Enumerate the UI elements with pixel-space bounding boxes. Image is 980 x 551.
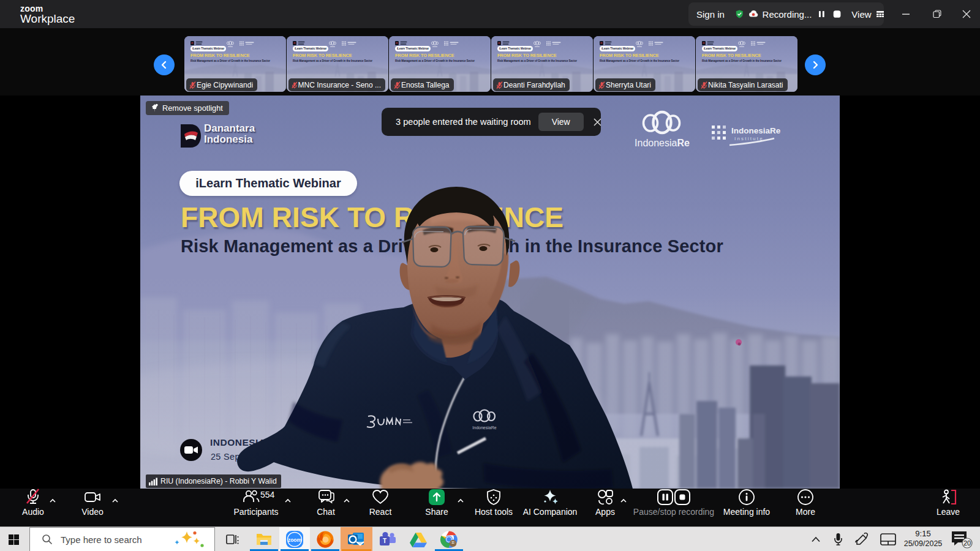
svg-text:IndonesiaRe: IndonesiaRe [472,425,496,430]
svg-text:20: 20 [963,539,971,547]
svg-text:T: T [383,538,386,544]
svg-text:554: 554 [260,490,275,500]
svg-text:zoom: zoom [288,537,302,543]
